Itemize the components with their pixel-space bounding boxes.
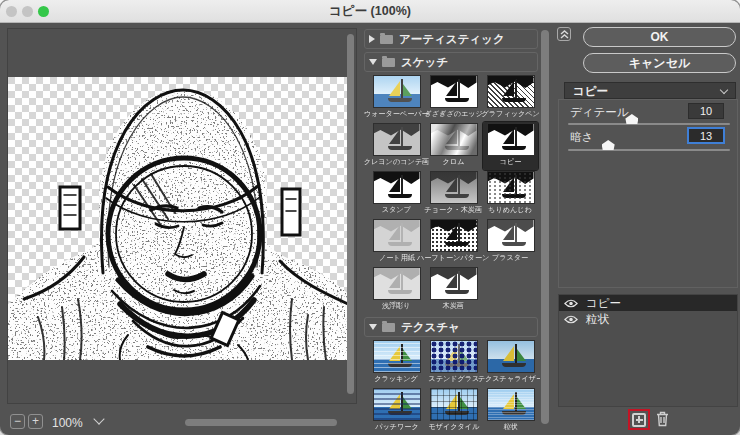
tutorial-highlight-box (628, 409, 650, 430)
filter-thumb-item[interactable]: クレヨンのコンテ画 (369, 122, 424, 170)
filter-thumb-item[interactable]: 粒状 (483, 387, 538, 431)
filter-thumb-item[interactable]: ぎざぎざのエッジ (426, 74, 481, 122)
preview-image[interactable] (8, 77, 354, 360)
filter-thumb-label: ステンドグラス (428, 375, 479, 382)
filter-thumb-item[interactable]: グラフィックペン (483, 74, 538, 122)
filter-thumbnail-grid: クラッキングステンドグラステクスチャライザーパッチワークモザイクタイル粒状 (362, 339, 540, 431)
filter-thumb-item[interactable]: パッチワーク (369, 387, 424, 431)
effect-layer-row[interactable]: コピー (559, 295, 737, 311)
filter-thumb-label: クラッキング (375, 375, 419, 382)
filter-thumbnail-image (373, 219, 421, 252)
filter-thumbnail-image (373, 388, 421, 421)
filter-thumb-label: グラフィックペン (481, 110, 539, 117)
darkness-slider-track[interactable] (568, 149, 730, 151)
ok-button[interactable]: OK (583, 27, 736, 47)
filter-thumb-label: スタンプ (382, 206, 411, 213)
filter-thumbnail-image (487, 219, 535, 252)
filter-thumb-label: ハーフトーンパターン (417, 254, 489, 261)
filter-thumb-label: 浅浮彫り (382, 302, 411, 309)
darkness-value-box[interactable]: 13 (687, 127, 725, 144)
filter-thumb-item[interactable]: テクスチャライザー (483, 339, 538, 387)
filter-thumb-label: モザイクタイル (428, 423, 479, 430)
filter-thumb-label: ノート用紙 (379, 254, 415, 261)
select-chevron-down-icon (720, 86, 728, 94)
filter-thumb-label: コピー (500, 158, 522, 165)
effect-layer-row[interactable]: 粒状 (559, 311, 737, 327)
preview-pane (7, 28, 357, 404)
filter-thumb-label: プラスター (492, 254, 528, 261)
filter-thumbnail-image (430, 219, 478, 252)
filter-thumb-item[interactable]: 浅浮彫り (369, 266, 424, 314)
filter-list-scrollbar[interactable] (541, 30, 549, 424)
folder-icon (382, 323, 395, 332)
filter-category-header[interactable]: スケッチ (364, 52, 538, 72)
filter-thumbnail-grid: ウォーターペーパーぎざぎざのエッジグラフィックペンクレヨンのコンテ画クロムコピー… (362, 74, 540, 314)
filter-thumb-item[interactable]: クラッキング (369, 339, 424, 387)
filter-thumb-label: クロム (443, 158, 465, 165)
filter-thumbnail-image (373, 340, 421, 373)
filter-thumb-item[interactable]: クロム (426, 122, 481, 170)
filter-thumb-item[interactable]: ステンドグラス (426, 339, 481, 387)
filter-thumbnail-image (430, 340, 478, 373)
filter-thumb-label: 木炭画 (443, 302, 464, 309)
title-bar: コピー (100%) (0, 0, 740, 23)
filter-category-header[interactable]: アーティスティック (364, 29, 538, 49)
zoom-out-button[interactable]: − (10, 414, 25, 429)
preview-horizontal-scrollbar[interactable] (185, 419, 337, 426)
preview-vertical-scrollbar[interactable] (347, 34, 354, 394)
filter-thumb-item[interactable]: ウォーターペーパー (369, 74, 424, 122)
filter-thumb-item[interactable]: ちりめんじわ (483, 170, 538, 218)
filter-thumb-label: テクスチャライザー (478, 375, 540, 382)
effect-layer-label: 粒状 (586, 312, 609, 327)
filter-thumbnail-image (430, 171, 478, 204)
filter-thumb-label: 粒状 (503, 423, 517, 430)
filter-thumb-label: クレヨンのコンテ画 (364, 158, 429, 165)
filter-thumb-item[interactable]: スタンプ (369, 170, 424, 218)
filter-category-header[interactable]: テクスチャ (364, 317, 538, 337)
filter-thumbnail-image (373, 267, 421, 300)
detail-slider-label: ディテール (570, 105, 629, 120)
darkness-slider-label: 暗さ (570, 130, 593, 145)
filter-thumb-item[interactable]: コピー (483, 122, 538, 170)
filter-thumbnail-image (430, 75, 478, 108)
filter-thumb-item[interactable]: ハーフトーンパターン (426, 218, 481, 266)
filter-category-list: アーティスティックスケッチウォーターペーパーぎざぎざのエッジグラフィックペンクレ… (362, 26, 540, 431)
filter-thumbnail-image (430, 388, 478, 421)
chevron-down-icon (369, 324, 377, 330)
zoom-level-label: 100% (52, 416, 83, 430)
filter-thumb-item[interactable]: 木炭画 (426, 266, 481, 314)
folder-icon (380, 35, 393, 44)
filter-category-label: アーティスティック (399, 32, 505, 47)
filter-thumb-label: ちりめんじわ (489, 206, 533, 213)
filter-thumbnail-image (487, 123, 535, 156)
visibility-eye-icon[interactable] (564, 299, 578, 308)
zoom-in-button[interactable]: + (28, 414, 43, 429)
filter-thumbnail-image (373, 75, 421, 108)
folder-icon (382, 58, 395, 67)
detail-slider-track[interactable] (568, 123, 730, 125)
filter-thumb-item[interactable]: モザイクタイル (426, 387, 481, 431)
filter-thumbnail-image (430, 267, 478, 300)
cancel-button[interactable]: キャンセル (583, 53, 736, 73)
zoom-menu-chevron-icon[interactable] (93, 413, 104, 424)
filter-thumbnail-image (373, 123, 421, 156)
effect-layer-label: コピー (586, 296, 621, 311)
detail-value-box[interactable]: 10 (688, 103, 724, 119)
filter-thumbnail-image (487, 340, 535, 373)
delete-effect-layer-button[interactable] (656, 411, 669, 427)
collapse-thumbnails-button[interactable] (557, 27, 571, 41)
filter-thumb-item[interactable]: チョーク・木炭画 (426, 170, 481, 218)
new-effect-layer-button[interactable] (632, 413, 646, 427)
filter-thumb-item[interactable]: ノート用紙 (369, 218, 424, 266)
filter-gallery-dialog: コピー (100%) (0, 0, 740, 435)
filter-category-label: テクスチャ (401, 320, 460, 335)
window-title: コピー (100%) (0, 3, 740, 20)
filter-thumb-label: パッチワーク (375, 423, 419, 430)
filter-thumb-label: ウォーターペーパー (364, 110, 429, 117)
double-chevron-up-icon (560, 30, 569, 39)
visibility-eye-icon[interactable] (564, 315, 578, 324)
filter-thumb-item[interactable]: プラスター (483, 218, 538, 266)
effect-layers-list: コピー粒状 (558, 294, 738, 407)
filter-select[interactable]: コピー (564, 82, 736, 99)
filter-category-label: スケッチ (401, 55, 448, 70)
